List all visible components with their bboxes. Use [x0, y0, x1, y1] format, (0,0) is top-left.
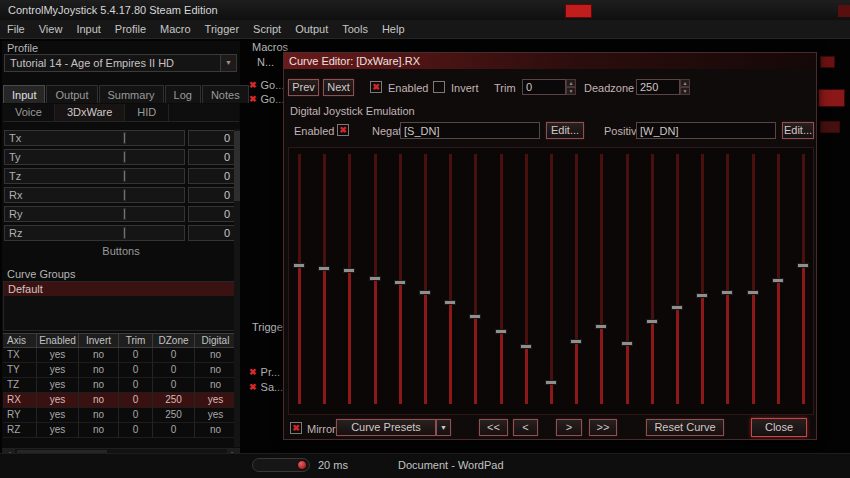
column-header-digital[interactable]: Digital — [195, 333, 237, 348]
table-row-ty[interactable]: TYyesno00no — [3, 363, 239, 378]
menu-file[interactable]: File — [0, 20, 32, 39]
axis-value[interactable]: 0 — [188, 149, 235, 165]
curve-slider-handle[interactable] — [520, 344, 532, 349]
curve-slider-track[interactable] — [449, 154, 452, 404]
table-row-tx[interactable]: TXyesno00no — [3, 348, 239, 363]
trigger-list-item[interactable]: ✖Sa... — [249, 381, 283, 393]
curve-slider-18[interactable] — [719, 152, 736, 410]
curve-slider-track[interactable] — [676, 154, 679, 404]
profile-dropdown[interactable]: Tutorial 14 - Age of Empires II HD ▼ — [4, 54, 237, 72]
menu-help[interactable]: Help — [375, 20, 412, 39]
axis-thumb-icon[interactable] — [123, 208, 126, 220]
curve-presets-arrow-icon[interactable]: ▼ — [436, 419, 451, 436]
curve-slider-track[interactable] — [626, 154, 629, 404]
menu-profile[interactable]: Profile — [108, 20, 153, 39]
table-row-rx[interactable]: RXyesno0250yes — [3, 393, 239, 408]
curve-slider-6[interactable] — [417, 152, 434, 410]
axis-slider-tx[interactable]: Tx — [4, 130, 185, 146]
curve-slider-11[interactable] — [543, 152, 560, 410]
curve-slider-14[interactable] — [619, 152, 636, 410]
menu-macro[interactable]: Macro — [153, 20, 198, 39]
curve-slider-7[interactable] — [442, 152, 459, 410]
curve-slider-handle[interactable] — [318, 266, 330, 271]
curve-slider-track[interactable] — [323, 154, 326, 404]
negative-macro-input[interactable] — [400, 122, 540, 139]
vertical-scrollbar[interactable] — [234, 129, 240, 447]
curve-slider-track[interactable] — [399, 154, 402, 404]
curve-group-item[interactable]: Default — [4, 282, 238, 296]
positive-macro-input[interactable] — [636, 122, 776, 139]
curve-slider-8[interactable] — [467, 152, 484, 410]
curve-slider-track[interactable] — [500, 154, 503, 404]
column-header-trim[interactable]: Trim — [119, 333, 153, 348]
curve-slider-handle[interactable] — [595, 324, 607, 329]
wordpad-taskbar-item[interactable]: Document - WordPad — [398, 459, 504, 471]
curve-slider-track[interactable] — [752, 154, 755, 404]
menu-input[interactable]: Input — [69, 20, 107, 39]
curve-slider-track[interactable] — [701, 154, 704, 404]
curve-slider-track[interactable] — [474, 154, 477, 404]
table-row-rz[interactable]: RZyesno00no — [3, 423, 239, 438]
curve-slider-handle[interactable] — [545, 380, 557, 385]
curve-slider-track[interactable] — [651, 154, 654, 404]
subtab-hid[interactable]: HID — [125, 104, 169, 121]
tab-notes[interactable]: Notes — [202, 85, 249, 103]
tab-log[interactable]: Log — [165, 85, 201, 103]
trim-spinner[interactable]: ▲ ▼ — [566, 79, 576, 95]
curve-slider-handle[interactable] — [444, 300, 456, 305]
tab-output[interactable]: Output — [46, 85, 97, 103]
edit-negative-button[interactable]: Edit... — [546, 122, 584, 139]
reset-curve-button[interactable]: Reset Curve — [646, 419, 724, 436]
spin-down-icon[interactable]: ▼ — [680, 87, 690, 95]
curve-slider-16[interactable] — [669, 152, 686, 410]
column-header-enabled[interactable]: Enabled — [37, 333, 79, 348]
curve-slider-2[interactable] — [316, 152, 333, 410]
dialog-titlebar[interactable]: Curve Editor: [DxWare].RX — [284, 53, 816, 69]
curve-slider-19[interactable] — [745, 152, 762, 410]
curve-slider-track[interactable] — [525, 154, 528, 404]
axis-value[interactable]: 0 — [188, 225, 235, 241]
axis-value[interactable]: 0 — [188, 187, 235, 203]
curve-slider-handle[interactable] — [343, 268, 355, 273]
next-button[interactable]: Next — [323, 79, 354, 96]
prev-button[interactable]: Prev — [288, 79, 319, 96]
scrollbar-thumb[interactable] — [234, 131, 240, 201]
curve-slider-4[interactable] — [367, 152, 384, 410]
curve-slider-3[interactable] — [341, 152, 358, 410]
curve-slider-handle[interactable] — [797, 263, 809, 268]
mirror-checkbox[interactable]: ✖ — [290, 422, 302, 434]
curve-slider-21[interactable] — [795, 152, 812, 410]
curve-slider-handle[interactable] — [671, 305, 683, 310]
slider-knob-icon[interactable] — [297, 460, 307, 470]
menu-view[interactable]: View — [32, 20, 70, 39]
curve-slider-handle[interactable] — [495, 329, 507, 334]
subtab-3dxware[interactable]: 3DxWare — [55, 104, 125, 121]
spin-up-icon[interactable]: ▲ — [566, 79, 576, 87]
axis-slider-tz[interactable]: Tz — [4, 168, 185, 184]
trigger-list-item[interactable]: ✖Pr... — [249, 366, 280, 378]
tab-summary[interactable]: Summary — [99, 85, 164, 103]
menu-trigger[interactable]: Trigger — [198, 20, 246, 39]
curve-slider-17[interactable] — [694, 152, 711, 410]
axis-thumb-icon[interactable] — [123, 189, 126, 201]
curve-slider-handle[interactable] — [419, 290, 431, 295]
table-row-tz[interactable]: TZyesno00no — [3, 378, 239, 393]
chevron-down-icon[interactable]: ▼ — [220, 55, 236, 71]
axis-slider-rx[interactable]: Rx — [4, 187, 185, 203]
curve-slider-track[interactable] — [726, 154, 729, 404]
column-header-axis[interactable]: Axis — [3, 333, 37, 348]
enabled-checkbox[interactable]: ✖ — [370, 81, 382, 93]
curve-slider-handle[interactable] — [293, 263, 305, 268]
axis-slider-ry[interactable]: Ry — [4, 206, 185, 222]
macro-list-item[interactable]: ✖Go... — [249, 93, 284, 105]
menu-script[interactable]: Script — [246, 20, 288, 39]
axis-value[interactable]: 0 — [188, 168, 235, 184]
curve-slider-20[interactable] — [770, 152, 787, 410]
close-button[interactable]: Close — [751, 418, 807, 437]
curve-slider-handle[interactable] — [721, 290, 733, 295]
subtab-voice[interactable]: Voice — [3, 104, 55, 121]
curve-slider-track[interactable] — [575, 154, 578, 404]
step-first-button[interactable]: << — [479, 419, 508, 436]
step-forward-button[interactable]: > — [556, 419, 582, 436]
edit-positive-button[interactable]: Edit... — [782, 122, 814, 139]
